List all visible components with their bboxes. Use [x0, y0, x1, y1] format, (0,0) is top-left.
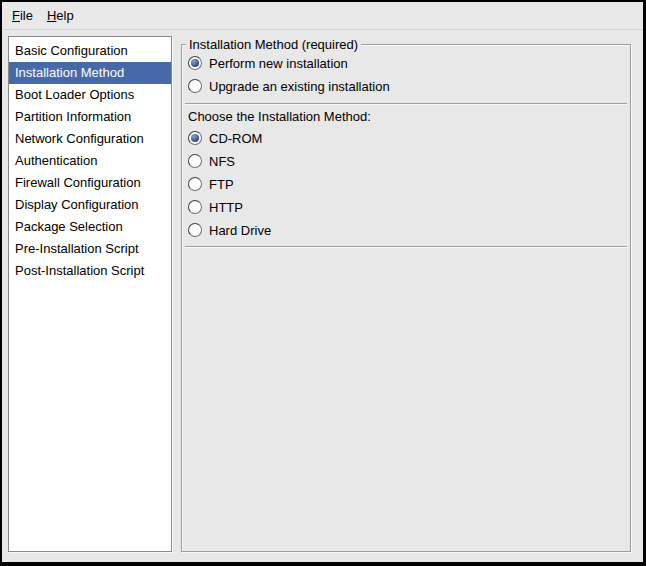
radio-perform-new-installation[interactable] [188, 56, 202, 70]
installation-method-frame: Installation Method (required) Perform n… [181, 44, 631, 552]
radio-label-cdrom: CD-ROM [209, 131, 262, 146]
radio-row-nfs[interactable]: NFS [188, 150, 627, 172]
radio-label-http: HTTP [209, 200, 243, 215]
sidebar-item-partition-information[interactable]: Partition Information [9, 106, 171, 128]
sidebar-item-pre-installation-script[interactable]: Pre-Installation Script [9, 238, 171, 260]
radio-cdrom[interactable] [188, 131, 202, 145]
sidebar-item-firewall-configuration[interactable]: Firewall Configuration [9, 172, 171, 194]
sidebar-item-network-configuration[interactable]: Network Configuration [9, 128, 171, 150]
sidebar-item-authentication[interactable]: Authentication [9, 150, 171, 172]
sidebar-item-boot-loader-options[interactable]: Boot Loader Options [9, 84, 171, 106]
method-group-label: Choose the Installation Method: [188, 109, 627, 125]
radio-row-ftp[interactable]: FTP [188, 173, 627, 195]
radio-row-hard-drive[interactable]: Hard Drive [188, 219, 627, 241]
radio-label-upgrade-existing-installation: Upgrade an existing installation [209, 79, 390, 94]
sidebar-item-display-configuration[interactable]: Display Configuration [9, 194, 171, 216]
radio-row-upgrade-existing-installation[interactable]: Upgrade an existing installation [188, 75, 627, 97]
frame-title: Installation Method (required) [186, 37, 361, 53]
radio-nfs[interactable] [188, 154, 202, 168]
sidebar-list: Basic Configuration Installation Method … [8, 36, 172, 552]
frame-content: Perform new installation Upgrade an exis… [182, 45, 630, 248]
radio-label-hard-drive: Hard Drive [209, 223, 271, 238]
menubar: File Help [2, 2, 643, 30]
menu-help[interactable]: Help [40, 4, 81, 27]
menu-file[interactable]: File [5, 4, 40, 27]
radio-row-perform-new-installation[interactable]: Perform new installation [188, 52, 627, 74]
sidebar-item-package-selection[interactable]: Package Selection [9, 216, 171, 238]
separator [185, 246, 627, 248]
application-window: File Help Basic Configuration Installati… [0, 0, 646, 566]
sidebar-item-installation-method[interactable]: Installation Method [9, 62, 171, 84]
sidebar-item-post-installation-script[interactable]: Post-Installation Script [9, 260, 171, 282]
sidebar-item-basic-configuration[interactable]: Basic Configuration [9, 40, 171, 62]
separator [185, 103, 627, 105]
radio-row-cdrom[interactable]: CD-ROM [188, 127, 627, 149]
radio-row-http[interactable]: HTTP [188, 196, 627, 218]
radio-hard-drive[interactable] [188, 223, 202, 237]
radio-label-nfs: NFS [209, 154, 235, 169]
radio-label-perform-new-installation: Perform new installation [209, 56, 348, 71]
radio-label-ftp: FTP [209, 177, 234, 192]
radio-ftp[interactable] [188, 177, 202, 191]
radio-http[interactable] [188, 200, 202, 214]
radio-upgrade-existing-installation[interactable] [188, 79, 202, 93]
